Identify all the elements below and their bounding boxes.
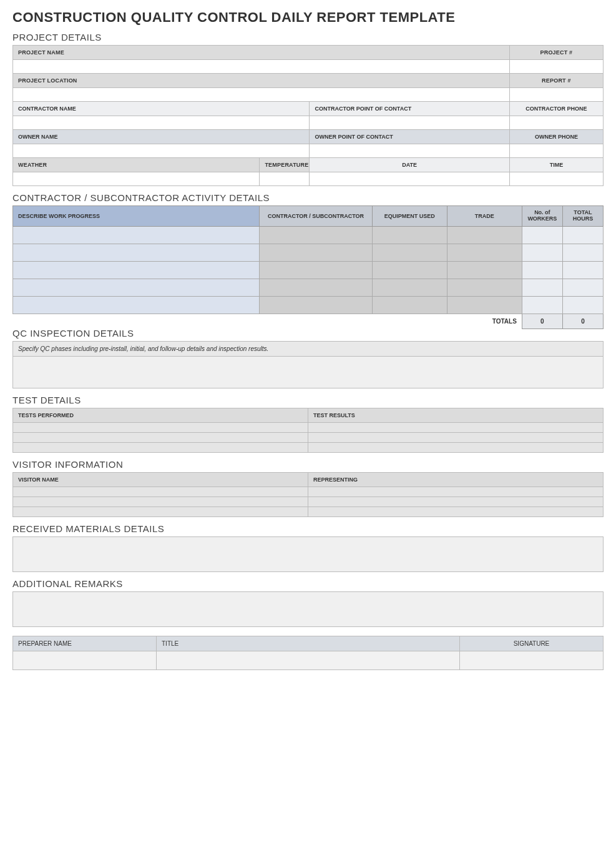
input-activity-workers[interactable] (522, 226, 562, 244)
col-tests-performed: TESTS PERFORMED (13, 408, 308, 422)
input-title[interactable] (157, 651, 460, 670)
input-activity-trade[interactable] (447, 261, 522, 279)
input-activity-workers[interactable] (522, 279, 562, 296)
input-test-performed[interactable] (13, 442, 308, 452)
input-activity-hours[interactable] (562, 261, 603, 279)
input-activity-contractor[interactable] (260, 261, 372, 279)
input-visitor-representing[interactable] (308, 497, 604, 507)
input-activity-workers[interactable] (522, 261, 562, 279)
input-activity-contractor[interactable] (260, 296, 372, 314)
input-activity-trade[interactable] (447, 244, 522, 261)
input-owner-phone[interactable] (509, 144, 603, 158)
test-row (13, 432, 604, 442)
totals-hours: 0 (562, 314, 603, 329)
col-visitor-name: VISITOR NAME (13, 472, 308, 487)
input-temperature[interactable] (260, 172, 310, 186)
label-time: TIME (509, 158, 603, 172)
input-contractor-poc[interactable] (310, 116, 509, 130)
input-activity-contractor[interactable] (260, 226, 372, 244)
input-activity-progress[interactable] (13, 296, 260, 314)
input-visitor-name[interactable] (13, 497, 308, 507)
label-project-no: PROJECT # (509, 46, 603, 60)
visitor-row (13, 497, 604, 507)
input-signature[interactable] (460, 651, 604, 670)
input-visitor-name[interactable] (13, 507, 308, 516)
input-contractor-phone[interactable] (509, 116, 603, 130)
label-owner-phone: OWNER PHONE (509, 130, 603, 144)
input-weather[interactable] (13, 172, 260, 186)
input-activity-progress[interactable] (13, 279, 260, 296)
input-activity-contractor[interactable] (260, 279, 372, 296)
input-activity-hours[interactable] (562, 244, 603, 261)
label-contractor-phone: CONTRACTOR PHONE (509, 102, 603, 116)
input-time[interactable] (509, 172, 603, 186)
input-test-performed[interactable] (13, 422, 308, 432)
input-activity-trade[interactable] (447, 279, 522, 296)
input-report-no[interactable] (509, 88, 603, 102)
label-report-no: REPORT # (509, 74, 603, 88)
input-activity-equipment[interactable] (372, 244, 447, 261)
input-activity-equipment[interactable] (372, 226, 447, 244)
test-row (13, 422, 604, 432)
input-owner-name[interactable] (13, 144, 310, 158)
col-contractor: CONTRACTOR / SUBCONTRACTOR (260, 206, 372, 227)
input-activity-hours[interactable] (562, 296, 603, 314)
input-activity-workers[interactable] (522, 296, 562, 314)
col-hours: TOTAL HOURS (562, 206, 603, 227)
visitor-row (13, 487, 604, 497)
activity-table: DESCRIBE WORK PROGRESS CONTRACTOR / SUBC… (12, 205, 604, 329)
input-visitor-name[interactable] (13, 487, 308, 497)
input-preparer-name[interactable] (13, 651, 157, 670)
totals-workers: 0 (522, 314, 562, 329)
col-workers: No. of WORKERS (522, 206, 562, 227)
section-heading-remarks: ADDITIONAL REMARKS (12, 578, 604, 589)
project-details-table: PROJECT NAME PROJECT # PROJECT LOCATION … (12, 45, 604, 186)
activity-row (13, 226, 604, 244)
input-visitor-representing[interactable] (308, 507, 604, 516)
label-project-location: PROJECT LOCATION (13, 74, 510, 88)
label-signature: SIGNATURE (460, 636, 604, 651)
input-test-results[interactable] (308, 422, 604, 432)
section-heading-test: TEST DETAILS (12, 395, 604, 405)
input-activity-contractor[interactable] (260, 244, 372, 261)
input-test-performed[interactable] (13, 432, 308, 442)
input-activity-equipment[interactable] (372, 296, 447, 314)
input-project-no[interactable] (509, 60, 603, 74)
input-activity-progress[interactable] (13, 244, 260, 261)
input-project-location[interactable] (13, 88, 510, 102)
section-heading-project: PROJECT DETAILS (12, 32, 604, 42)
col-equipment: EQUIPMENT USED (372, 206, 447, 227)
input-visitor-representing[interactable] (308, 487, 604, 497)
input-owner-poc[interactable] (310, 144, 509, 158)
label-temperature: TEMPERATURE (260, 158, 310, 172)
col-progress: DESCRIBE WORK PROGRESS (13, 206, 260, 227)
label-date: DATE (310, 158, 509, 172)
input-activity-hours[interactable] (562, 279, 603, 296)
input-activity-equipment[interactable] (372, 261, 447, 279)
input-date[interactable] (310, 172, 509, 186)
label-owner-poc: OWNER POINT OF CONTACT (310, 130, 509, 144)
label-contractor-poc: CONTRACTOR POINT OF CONTACT (310, 102, 509, 116)
input-test-results[interactable] (308, 442, 604, 452)
input-materials[interactable] (12, 536, 604, 572)
input-activity-trade[interactable] (447, 226, 522, 244)
input-activity-trade[interactable] (447, 296, 522, 314)
page-title: CONSTRUCTION QUALITY CONTROL DAILY REPOR… (12, 9, 604, 26)
input-activity-hours[interactable] (562, 226, 603, 244)
signature-table: PREPARER NAME TITLE SIGNATURE (12, 636, 604, 670)
section-heading-qc: QC INSPECTION DETAILS (12, 328, 604, 338)
input-contractor-name[interactable] (13, 116, 310, 130)
input-activity-equipment[interactable] (372, 279, 447, 296)
activity-row (13, 261, 604, 279)
input-activity-workers[interactable] (522, 244, 562, 261)
activity-row (13, 296, 604, 314)
input-qc-details[interactable] (12, 357, 604, 388)
col-representing: REPRESENTING (308, 472, 604, 487)
input-activity-progress[interactable] (13, 226, 260, 244)
col-test-results: TEST RESULTS (308, 408, 604, 422)
input-activity-progress[interactable] (13, 261, 260, 279)
input-project-name[interactable] (13, 60, 510, 74)
input-remarks[interactable] (12, 591, 604, 627)
input-test-results[interactable] (308, 432, 604, 442)
visitor-table: VISITOR NAME REPRESENTING (12, 472, 604, 517)
